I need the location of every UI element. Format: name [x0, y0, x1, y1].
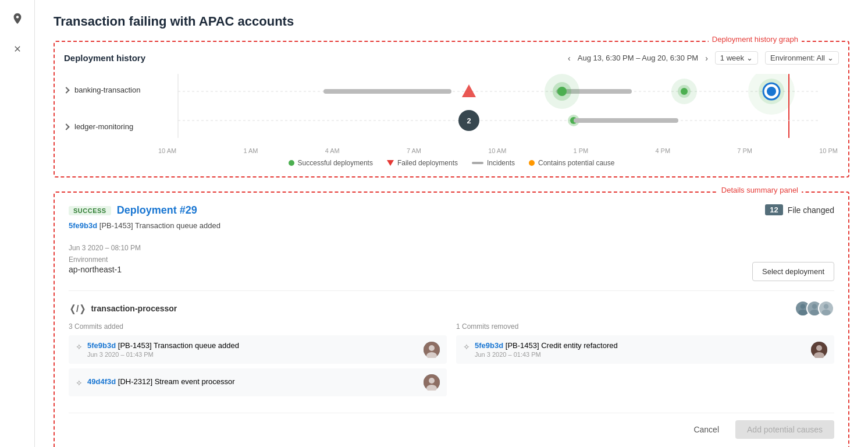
date-nav: ‹ Aug 13, 6:30 PM – Aug 20, 6:30 PM › 1 …	[568, 51, 839, 65]
commit-added-2: ✧ 49d4f3d [DH-2312] Stream event process…	[69, 368, 447, 396]
file-count-badge: 12	[765, 204, 782, 215]
environment-section: Jun 3 2020 – 08:10 PM Environment ap-nor…	[69, 243, 141, 274]
svg-rect-21	[574, 118, 678, 123]
details-summary-panel: Details summary panel SUCCESS Deployment…	[54, 191, 849, 447]
file-changed-section: 12 File changed	[765, 204, 834, 215]
svg-point-35	[816, 345, 822, 351]
period-dropdown[interactable]: 1 week ⌄	[715, 51, 758, 65]
status-badge: SUCCESS	[69, 206, 111, 215]
svg-point-7	[557, 87, 567, 96]
environment-value: ap-northeast-1	[69, 265, 141, 274]
svg-rect-2	[323, 89, 451, 94]
page-title: Transaction failing with APAC accounts	[54, 14, 849, 29]
deployment-history-panel: Deployment history graph Deployment hist…	[54, 41, 849, 178]
legend-successful-label: Successful deployments	[298, 159, 373, 167]
environment-label: Environment	[69, 256, 141, 264]
commit-added-1-text: 5fe9b3d [PB-1453] Transaction queue adde…	[87, 341, 239, 350]
service-label-banking: banking-transaction	[64, 86, 157, 94]
commit-icon-1: ✧	[76, 342, 83, 352]
x-label-1am: 1 AM	[243, 147, 258, 154]
file-changed-label: File changed	[788, 205, 834, 215]
expand-ledger-icon[interactable]	[63, 123, 69, 130]
next-date-arrow[interactable]: ›	[705, 54, 708, 63]
deployment-history-panel-label: Deployment history graph	[709, 35, 802, 44]
select-deployment-button[interactable]: Select deployment	[752, 262, 834, 281]
service-header: ❬/❭ transaction-processor	[69, 300, 834, 317]
details-left: SUCCESS Deployment #29 5fe9b3d [PB-1453]…	[69, 204, 220, 233]
commits-added-title: 3 Commits added	[69, 322, 447, 331]
legend-potential-cause-dot	[529, 160, 535, 166]
commit-removed-hash-1: 5fe9b3d	[475, 341, 503, 350]
legend-potential-cause-label: Contains potential cause	[538, 159, 614, 167]
commit-removed-icon-1: ✧	[463, 342, 470, 352]
service-section: ❬/❭ transaction-processor	[69, 290, 834, 401]
x-axis-labels: 10 AM 1 AM 4 AM 7 AM 10 AM 1 PM 4 PM 7 P…	[157, 147, 839, 154]
x-label-4pm: 4 PM	[655, 147, 670, 154]
svg-point-27	[821, 310, 830, 315]
chart-svg-area: 2 10 AM 1 AM 4 AM 7 AM 10 AM 1 PM 4 PM	[157, 74, 839, 154]
legend-successful: Successful deployments	[289, 159, 373, 167]
prev-date-arrow[interactable]: ‹	[568, 54, 571, 63]
expand-banking-icon[interactable]	[63, 87, 69, 93]
legend-failed: Failed deployments	[387, 159, 458, 167]
avatars-group	[795, 300, 834, 317]
main-commit-hash: 5fe9b3d	[69, 221, 97, 230]
legend-incidents-label: Incidents	[487, 159, 515, 167]
commit-added-1: ✧ 5fe9b3d [PB-1453] Transaction queue ad…	[69, 335, 447, 364]
close-icon[interactable]	[8, 40, 27, 58]
environment-dropdown[interactable]: Environment: All ⌄	[765, 51, 839, 65]
chart-legend: Successful deployments Failed deployment…	[64, 159, 839, 167]
x-label-4am: 4 AM	[325, 147, 340, 154]
service-name: transaction-processor	[91, 304, 177, 313]
commit-removed-1-avatar	[811, 342, 827, 358]
panel-title: Deployment history	[64, 53, 145, 63]
commit-hash-1: 5fe9b3d	[87, 341, 116, 350]
legend-incidents-line	[472, 162, 483, 164]
navigation-icon[interactable]	[8, 9, 27, 28]
main-content: Transaction failing with APAC accounts D…	[35, 0, 868, 447]
service-name-row: ❬/❭ transaction-processor	[69, 303, 177, 314]
svg-point-14	[767, 87, 776, 96]
chart-svg: 2	[157, 74, 839, 144]
commit-added-2-text: 49d4f3d [DH-2312] Stream event processor	[87, 377, 235, 386]
x-label-10pm: 10 PM	[819, 147, 838, 154]
main-commit-line: 5fe9b3d [PB-1453] Transaction queue adde…	[69, 221, 220, 230]
legend-failed-triangle	[387, 160, 394, 166]
commits-removed-title: 1 Commits removed	[456, 322, 834, 331]
commit-removed-1-text: 5fe9b3d [PB-1453] Credit entity refactor…	[475, 341, 618, 350]
commit-icon-2: ✧	[76, 378, 83, 388]
details-header: SUCCESS Deployment #29 5fe9b3d [PB-1453]…	[69, 204, 834, 233]
panel-header: Deployment history ‹ Aug 13, 6:30 PM – A…	[64, 51, 839, 65]
service-label-ledger: ledger-monitoring	[64, 122, 157, 131]
bottom-actions: Cancel Add potential causes	[69, 413, 834, 439]
svg-point-32	[429, 378, 435, 384]
cancel-button[interactable]: Cancel	[684, 420, 728, 439]
commit-added-1-avatar	[424, 342, 440, 358]
service-code-icon: ❬/❭	[69, 303, 86, 314]
commit-removed-1: ✧ 5fe9b3d [PB-1453] Credit entity refact…	[456, 335, 834, 364]
date-range: Aug 13, 6:30 PM – Aug 20, 6:30 PM	[578, 54, 698, 62]
add-potential-causes-button: Add potential causes	[735, 420, 834, 439]
deployment-title-row: SUCCESS Deployment #29	[69, 204, 220, 217]
commit-hash-2: 49d4f3d	[87, 377, 116, 386]
commits-added-col: 3 Commits added ✧ 5fe9b3d [PB-1453] Tran…	[69, 322, 447, 401]
legend-successful-dot	[289, 160, 294, 166]
x-label-10am: 10 AM	[158, 147, 176, 154]
commit-removed-1-time: Jun 3 2020 – 01:43 PM	[475, 351, 618, 358]
deployment-timestamp: Jun 3 2020 – 08:10 PM	[69, 244, 141, 252]
avatar-3	[818, 300, 834, 317]
commit-added-1-time: Jun 3 2020 – 01:43 PM	[87, 351, 239, 358]
svg-point-22	[801, 304, 806, 309]
x-label-1pm: 1 PM	[574, 147, 589, 154]
svg-point-29	[429, 345, 435, 351]
service-labels: banking-transaction ledger-monitoring	[64, 86, 157, 131]
x-label-10am2: 10 AM	[488, 147, 506, 154]
svg-point-24	[812, 304, 817, 309]
svg-text:2: 2	[467, 116, 471, 125]
commit-added-2-avatar	[424, 374, 440, 391]
x-label-7am: 7 AM	[407, 147, 421, 154]
sidebar	[0, 0, 35, 447]
svg-marker-4	[462, 84, 476, 97]
legend-failed-label: Failed deployments	[397, 159, 458, 167]
x-label-7pm: 7 PM	[737, 147, 752, 154]
